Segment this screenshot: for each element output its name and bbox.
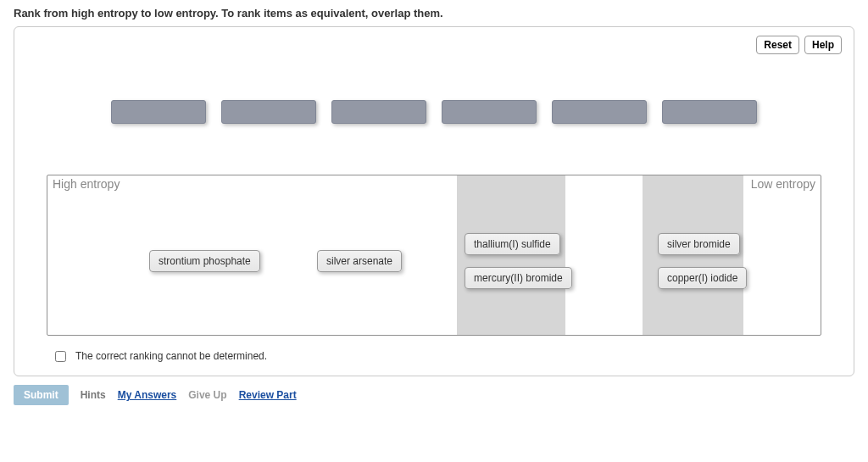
chip-silver-bromide[interactable]: silver bromide [658, 233, 740, 255]
cannot-determine-label: The correct ranking cannot be determined… [75, 350, 267, 362]
review-part-link[interactable]: Review Part [239, 389, 297, 401]
slot-row [30, 100, 838, 124]
give-up-link[interactable]: Give Up [188, 389, 226, 401]
rank-slot[interactable] [221, 100, 316, 124]
footer-bar: Submit Hints My Answers Give Up Review P… [14, 385, 854, 405]
chip-thallium-sulfide[interactable]: thallium(I) sulfide [465, 233, 560, 255]
rank-slot[interactable] [442, 100, 537, 124]
chip-silver-arsenate[interactable]: silver arsenate [317, 250, 402, 272]
rank-band [643, 175, 743, 335]
instruction-text: Rank from high entropy to low entropy. T… [14, 7, 854, 19]
reset-button[interactable]: Reset [756, 36, 799, 54]
my-answers-link[interactable]: My Answers [118, 389, 177, 401]
hints-link[interactable]: Hints [81, 389, 106, 401]
rank-slot[interactable] [111, 100, 206, 124]
ranking-panel: Reset Help High entropy Low entropy stro… [14, 26, 854, 376]
chip-mercury-bromide[interactable]: mercury(II) bromide [465, 267, 572, 289]
submit-button[interactable]: Submit [14, 385, 69, 405]
low-entropy-label: Low entropy [751, 177, 815, 191]
chip-strontium-phosphate[interactable]: strontium phosphate [149, 250, 260, 272]
rank-drop-area[interactable]: High entropy Low entropy strontium phosp… [47, 175, 821, 336]
help-button[interactable]: Help [804, 36, 842, 54]
high-entropy-label: High entropy [53, 177, 120, 191]
cannot-determine-checkbox[interactable] [55, 351, 66, 362]
rank-slot[interactable] [662, 100, 757, 124]
chip-copper-iodide[interactable]: copper(I) iodide [658, 267, 747, 289]
rank-band [457, 175, 565, 335]
rank-slot[interactable] [552, 100, 647, 124]
panel-top-buttons: Reset Help [756, 36, 842, 54]
cannot-determine-row: The correct ranking cannot be determined… [52, 348, 838, 364]
rank-slot[interactable] [331, 100, 426, 124]
